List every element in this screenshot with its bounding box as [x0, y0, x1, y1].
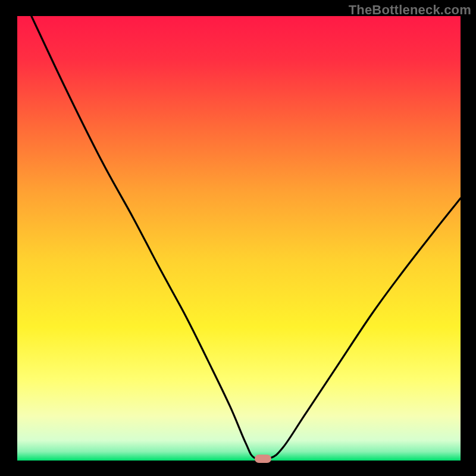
plot-area — [17, 16, 461, 461]
optimum-marker — [255, 455, 271, 463]
watermark-text: TheBottleneck.com — [349, 2, 471, 18]
plot-svg — [17, 16, 461, 461]
gradient-background — [17, 16, 461, 461]
chart-frame: TheBottleneck.com — [0, 0, 476, 476]
